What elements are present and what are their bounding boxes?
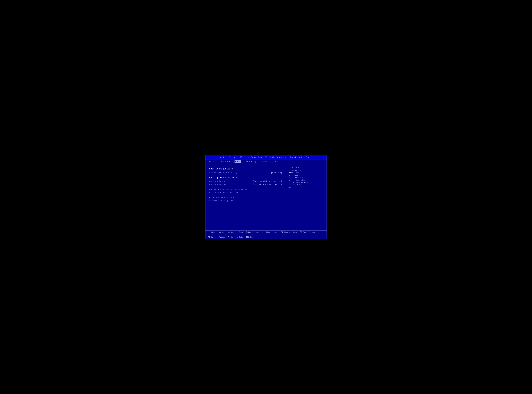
boot-option2-row: Boot Option #2 [P2: MATSHITADVD-RAM...] [209,183,282,186]
boot-option2-value: [P2: MATSHITADVD-RAM...] [253,183,282,186]
legend-line-6: F3 Optimized Defaults [289,181,324,184]
bottom-key-3: +/- Change Opt. [262,231,278,233]
delete-boot-option[interactable]: ► Delete Boot Option [209,200,282,202]
boot-option1-value: [P0: SanDisk SSD U10...] [253,180,282,182]
nav-boot[interactable]: Boot [235,161,241,163]
launch-pxe-label[interactable]: Launch PXE OpROM policy [209,172,237,174]
hard-drive-link[interactable]: Hard Drive BBS Priorities [209,192,282,194]
nav-advanced[interactable]: Advanced [219,161,231,163]
legend-line-4: F1 General Help [289,176,324,179]
boot-option1-label[interactable]: Boot Option #1 [209,180,226,182]
bottom-key-6: F3 Opt. Defaults [208,236,225,238]
bottom-key-2: Enter Select [246,231,259,233]
launch-pxe-value: [Enabled] [271,172,282,174]
add-new-boot-option[interactable]: ► Add New Boot Option [209,197,282,199]
add-new-label: Add New Boot Option [212,197,235,199]
main-content: Boot Configuration Launch PXE OpROM poli… [206,164,326,230]
legend: →← Select Screen ↑↓ Select Item Enter Se… [289,167,324,189]
left-panel: Boot Configuration Launch PXE OpROM poli… [206,164,286,230]
bios-container: Aptio Setup Utility - Copyright (C) 2012… [205,155,327,239]
screen-wrapper: Aptio Setup Utility - Copyright (C) 2012… [202,152,330,242]
title-bar: Aptio Setup Utility - Copyright (C) 2012… [206,155,326,160]
bottom-bar: →← Select Screen ↑↓ Select Item Enter Se… [206,230,326,239]
bottom-key-8: ESC Exit [246,236,255,238]
section1-header: Boot Configuration [209,168,282,170]
bottom-key-5: F2 Prev Values [300,231,315,233]
legend-line-3: +/- Change Opt. [289,174,324,176]
section2-header: Boot Option Priorities [209,177,282,179]
legend-line-1: ↑↓ Select Item [289,169,324,172]
nav-save-exit[interactable]: Save & Exit [261,161,277,163]
legend-line-2: Enter Select [289,172,324,174]
nav-main[interactable]: Main [208,161,215,163]
nav-security[interactable]: Security [245,161,257,163]
legend-line-8: ESC Exit [289,186,324,189]
bottom-key-4: F1 General Help [281,231,297,233]
legend-line-7: F4 Save & Exit [289,184,324,186]
right-panel: →← Select Screen ↑↓ Select Item Enter Se… [286,164,326,230]
bottom-key-7: F4 Save & Exit [228,236,243,238]
boot-options-section: ► Add New Boot Option ► Delete Boot Opti… [209,197,282,202]
launch-pxe-row: Launch PXE OpROM policy [Enabled] [209,172,282,174]
cd-dvd-link[interactable]: CD/DVD ROM Drive BBS Priorities [209,188,282,191]
bottom-key-0: →← Select Screen [208,231,225,233]
bottom-key-1: ↑↓ Select Item [228,231,243,233]
arrow-right-icon-delete: ► [209,200,210,202]
drives-section: CD/DVD ROM Drive BBS Priorities Hard Dri… [209,188,282,194]
legend-line-5: F2 Previous Values [289,179,324,181]
arrow-right-icon-add: ► [209,197,210,199]
boot-option2-label[interactable]: Boot Option #2 [209,183,226,186]
delete-label: Delete Boot Option [212,200,233,202]
nav-bar: Main Advanced Boot Security Save & Exit [206,160,326,164]
title-text: Aptio Setup Utility - Copyright (C) 2012… [220,156,312,159]
legend-line-0: →← Select Screen [289,167,324,169]
boot-option1-row: Boot Option #1 [P0: SanDisk SSD U10...] [209,180,282,182]
section2-gap: Boot Option Priorities Boot Option #1 [P… [209,177,282,186]
